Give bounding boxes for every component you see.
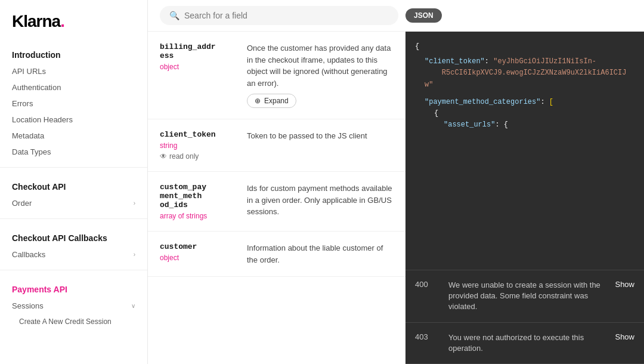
divider-2: [0, 218, 147, 219]
json-toggle-badge[interactable]: JSON: [405, 8, 442, 23]
expand-circle-icon: ⊕: [255, 97, 261, 105]
search-bar: 🔍 JSON: [148, 0, 644, 32]
expand-button-billing[interactable]: ⊕ Expand: [247, 94, 296, 108]
logo: Klarna.: [0, 12, 147, 43]
status-show-400[interactable]: Show: [615, 280, 634, 289]
status-row-403: 403 You were not authorized to execute t…: [405, 323, 644, 364]
sidebar-item-callbacks[interactable]: Callbacks ›: [0, 246, 147, 263]
status-desc-400: We were unable to create a session with …: [448, 280, 605, 313]
field-name-col-custom-payment: custom_payment_method_ids array of strin…: [160, 183, 237, 220]
field-desc-col-customer: Information about the liable customer of…: [247, 242, 394, 266]
chevron-down-icon: ∨: [131, 303, 135, 309]
sidebar-item-order[interactable]: Order ›: [0, 195, 147, 211]
field-name-client-token: client_token: [160, 130, 237, 139]
sidebar-item-api-urls[interactable]: API URLs: [0, 63, 147, 79]
search-icon: 🔍: [169, 11, 179, 20]
main-content: 🔍 JSON billing_address object Once the c…: [148, 0, 644, 364]
sidebar-item-authentication[interactable]: Authentication: [0, 79, 147, 95]
json-inner-open: {: [415, 108, 634, 119]
sidebar-section-payments-api: Payments API Sessions ∨ Create A New Cre…: [0, 277, 147, 329]
field-name-custom-payment: custom_payment_method_ids: [160, 183, 237, 209]
status-row-400: 400 We were unable to create a session w…: [405, 270, 644, 323]
field-desc-col-custom-payment: Ids for custom payment methods available…: [247, 183, 394, 220]
sidebar-item-errors[interactable]: Errors: [0, 95, 147, 112]
field-row-customer: customer object Information about the li…: [148, 232, 405, 277]
json-asset-urls-line: "asset_urls": {: [415, 119, 634, 131]
json-payment-categories-line: "payment_method_categories": [: [415, 97, 634, 108]
field-name-col-customer: customer object: [160, 242, 237, 266]
section-title-introduction: Introduction: [0, 43, 147, 63]
search-input[interactable]: [184, 11, 389, 20]
content-panels: billing_address object Once the customer…: [148, 32, 644, 364]
field-desc-custom-payment: Ids for custom payment methods available…: [247, 183, 394, 218]
json-panel: { "client_token": "eyJhbGciOiJIUzI1NiIsI…: [405, 32, 644, 364]
field-type-custom-payment: array of strings: [160, 212, 237, 220]
field-desc-col-billing: Once the customer has provided any data …: [247, 42, 394, 108]
divider-3: [0, 270, 147, 270]
json-open-brace: {: [415, 41, 634, 53]
field-desc-customer: Information about the liable customer of…: [247, 242, 394, 266]
json-client-token-line: "client_token": "eyJhbGciOiJIUzI1NiIsIn-…: [415, 56, 634, 91]
status-code-400: 400: [415, 280, 439, 289]
sidebar: Klarna. Introduction API URLs Authentica…: [0, 0, 148, 364]
sidebar-item-location-headers[interactable]: Location Headers: [0, 112, 147, 128]
status-show-403[interactable]: Show: [615, 332, 634, 341]
sidebar-item-sessions[interactable]: Sessions ∨: [0, 298, 147, 314]
chevron-right-icon: ›: [134, 200, 135, 206]
sidebar-item-data-types[interactable]: Data Types: [0, 144, 147, 160]
json-code-block: { "client_token": "eyJhbGciOiJIUzI1NiIsI…: [405, 32, 644, 270]
section-title-payments-api: Payments API: [0, 277, 147, 298]
fields-panel: billing_address object Once the customer…: [148, 32, 405, 364]
field-name-col-client-token: client_token string 👁 read only: [160, 130, 237, 161]
sidebar-section-checkout-api: Checkout API Order ›: [0, 175, 147, 211]
field-row-client-token: client_token string 👁 read only Token to…: [148, 119, 405, 172]
eye-icon: 👁: [160, 152, 167, 161]
section-title-checkout-api: Checkout API: [0, 175, 147, 195]
field-type-billing: object: [160, 63, 237, 71]
field-name-customer: customer: [160, 242, 237, 251]
sidebar-section-checkout-callbacks: Checkout API Callbacks Callbacks ›: [0, 226, 147, 263]
sidebar-item-metadata[interactable]: Metadata: [0, 128, 147, 144]
section-title-checkout-callbacks: Checkout API Callbacks: [0, 226, 147, 246]
field-readonly-badge: 👁 read only: [160, 152, 237, 161]
field-desc-client-token: Token to be passed to the JS client: [247, 130, 394, 142]
field-name-col-billing: billing_address object: [160, 42, 237, 108]
field-name-billing: billing_address: [160, 42, 237, 60]
field-type-client-token: string: [160, 141, 237, 150]
logo-text: Klarna.: [12, 12, 64, 30]
sidebar-item-create-credit-session[interactable]: Create A New Credit Session: [0, 314, 147, 329]
field-row-billing-address: billing_address object Once the customer…: [148, 32, 405, 119]
chevron-right-icon-2: ›: [134, 251, 135, 258]
status-desc-403: You were not authorized to execute this …: [448, 332, 605, 354]
field-row-custom-payment: custom_payment_method_ids array of strin…: [148, 172, 405, 232]
field-type-customer: object: [160, 254, 237, 262]
field-desc-billing: Once the customer has provided any data …: [247, 42, 394, 89]
divider-1: [0, 167, 147, 168]
search-input-wrap[interactable]: 🔍: [160, 6, 398, 25]
sidebar-section-introduction: Introduction API URLs Authentication Err…: [0, 43, 147, 160]
status-code-403: 403: [415, 332, 439, 341]
field-desc-col-client-token: Token to be passed to the JS client: [247, 130, 394, 161]
